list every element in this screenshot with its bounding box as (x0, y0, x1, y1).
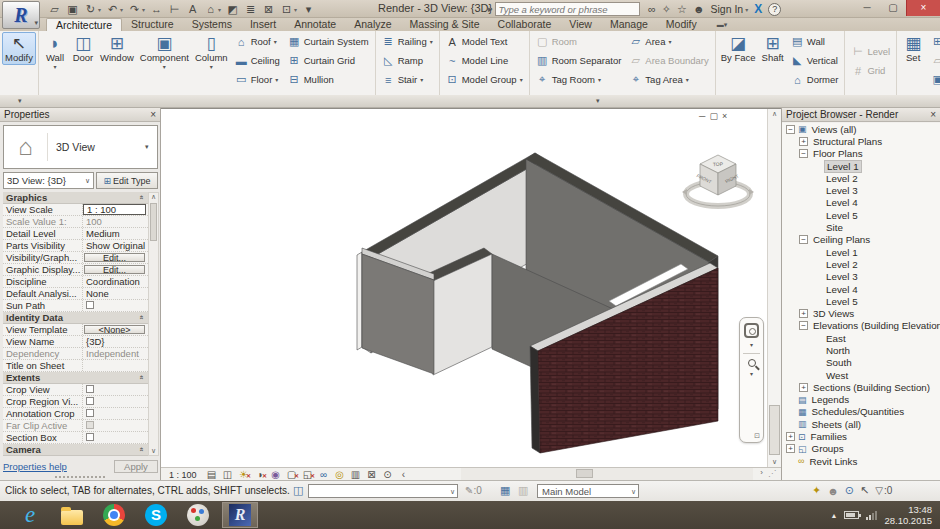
tree-item-level-4[interactable]: Level 4 (782, 283, 940, 295)
tree-item-site[interactable]: Site (782, 221, 940, 233)
exclusion-options-icon[interactable]: ✦ (812, 484, 821, 497)
tree-item-3d-views[interactable]: +3D Views (782, 307, 940, 319)
undo-icon[interactable]: ↶▾ (104, 1, 125, 17)
property-value[interactable]: Medium (83, 228, 158, 239)
shadows-icon[interactable]: ◑✕ (253, 469, 266, 481)
tab-view[interactable]: View (560, 18, 601, 31)
tab-collaborate[interactable]: Collaborate (489, 18, 561, 31)
minimize-view-icon[interactable]: ─ (699, 111, 705, 121)
switch-windows-icon[interactable]: ⊡▾ (278, 1, 299, 17)
expand-icon[interactable]: + (799, 309, 808, 318)
steering-wheel-icon[interactable] (744, 323, 759, 338)
show-rendering-icon[interactable]: ◉ (269, 469, 282, 481)
application-menu-button[interactable]: R ▾ (2, 1, 40, 29)
paint-taskbar-button[interactable] (180, 502, 216, 528)
instance-selector[interactable]: 3D View: {3D} ∨ (3, 172, 94, 189)
property-value[interactable] (83, 300, 158, 311)
temporary-hide-icon[interactable]: ∞ (317, 469, 330, 481)
detail-level-icon[interactable]: ▤ (205, 469, 218, 481)
collapse-icon[interactable]: « (136, 375, 145, 379)
zoom-icon[interactable] (748, 359, 756, 367)
search-go-icon[interactable]: ▸ (488, 4, 493, 14)
chevron-down-icon[interactable]: ▾ (750, 341, 753, 348)
tree-item-level-2[interactable]: Level 2 (782, 258, 940, 270)
dormer-button[interactable]: ⌂Dormer (789, 70, 841, 89)
property-value[interactable]: Edit... (83, 252, 158, 263)
expand-icon[interactable]: + (799, 383, 808, 392)
minimize-button[interactable]: ─ (854, 0, 880, 16)
ramp-button[interactable]: ◺Ramp (380, 51, 435, 70)
window-button[interactable]: ⊞Window (97, 32, 137, 65)
room-separator-button[interactable]: ▥Room Separator (534, 51, 624, 70)
tab-analyze[interactable]: Analyze (345, 18, 400, 31)
component-button[interactable]: ▣Component▾ (137, 32, 192, 72)
restore-view-icon[interactable]: ▢ (709, 111, 718, 121)
tree-item-floor-plans[interactable]: −Floor Plans (782, 148, 940, 160)
close-icon[interactable]: × (930, 109, 936, 120)
show-button[interactable]: ⊞Show (929, 32, 940, 51)
tree-item-ceiling-plans[interactable]: −Ceiling Plans (782, 234, 940, 246)
tree-item-level-2[interactable]: Level 2 (782, 172, 940, 184)
tag-room-button[interactable]: ⌖Tag Room▾ (534, 70, 624, 89)
open-icon[interactable]: ▱ (46, 1, 63, 17)
favorites-icon[interactable]: ☆ (677, 3, 687, 16)
tab-systems[interactable]: Systems (183, 18, 241, 31)
panel-menu-arrow[interactable]: ▾ (596, 97, 600, 105)
filter-icon[interactable]: ▽:0 (875, 485, 892, 496)
explorer-taskbar-button[interactable] (54, 502, 90, 528)
chrome-taskbar-button[interactable] (96, 502, 132, 528)
collapse-icon[interactable]: ‹ (397, 469, 410, 481)
floor-button[interactable]: ▭Floor▾ (233, 70, 282, 89)
tab-massing-site[interactable]: Massing & Site (401, 18, 489, 31)
exclude-options-icon[interactable]: ▥ (518, 484, 528, 497)
profile-icon[interactable]: ☻ (693, 3, 705, 15)
ceiling-button[interactable]: ▬Ceiling (233, 51, 282, 70)
panel-menu-arrow[interactable]: ▾ (18, 97, 22, 105)
checkbox[interactable] (86, 385, 94, 393)
tree-item-level-5[interactable]: Level 5 (782, 209, 940, 221)
curtain-system-button[interactable]: ▦Curtain System (286, 32, 371, 51)
tree-item-schedules-quantities[interactable]: ▦Schedules/Quantities (782, 406, 940, 418)
tree-item-west[interactable]: West (782, 369, 940, 381)
property-value[interactable] (83, 432, 158, 443)
tab-insert[interactable]: Insert (241, 18, 285, 31)
checkbox[interactable] (86, 433, 94, 441)
chevron-down-icon[interactable]: ▾ (750, 370, 753, 377)
properties-help-link[interactable]: Properties help (3, 461, 67, 472)
collapse-icon[interactable]: « (136, 315, 145, 319)
property-value[interactable]: Edit... (83, 264, 158, 275)
scroll-down-icon[interactable]: ∨ (149, 447, 158, 455)
property-value[interactable]: {3D} (83, 336, 158, 347)
section-header-graphics[interactable]: Graphics« (3, 192, 158, 204)
property-value[interactable]: Show Original (83, 240, 158, 251)
type-selector[interactable]: ⌂ 3D View ▾ (3, 125, 158, 169)
curtain-grid-button[interactable]: ⊞Curtain Grid (286, 51, 371, 70)
tree-item-revit-links[interactable]: ∞Revit Links (782, 455, 940, 467)
scrollbar-thumb[interactable] (576, 469, 593, 478)
property-value[interactable]: None (83, 288, 158, 299)
area-button[interactable]: ▱Area▾ (627, 32, 710, 51)
tree-item-level-1[interactable]: Level 1 (782, 246, 940, 258)
tab-modify[interactable]: Modify (657, 18, 706, 31)
property-value[interactable]: 100 (83, 216, 158, 227)
tree-item-structural-plans[interactable]: +Structural Plans (782, 135, 940, 147)
analytical-model-icon[interactable]: ⊠ (365, 469, 378, 481)
modify-button[interactable]: ↖Modify (2, 32, 36, 65)
tree-item-level-3[interactable]: Level 3 (782, 271, 940, 283)
tree-item-east[interactable]: East (782, 332, 940, 344)
property-value[interactable]: Independent (83, 348, 158, 359)
set-button[interactable]: ▦Set (899, 32, 927, 65)
sun-path-icon[interactable]: ☀✕ (237, 469, 250, 481)
collapse-icon[interactable]: « (136, 447, 145, 451)
network-signal-icon[interactable] (866, 510, 877, 520)
help-icon[interactable]: ? (768, 3, 781, 16)
mullion-button[interactable]: ⊟Mullion (286, 70, 371, 89)
customize-qat-icon[interactable]: ▾ (300, 1, 317, 17)
checkbox[interactable] (86, 397, 94, 405)
thin-lines-icon[interactable]: ≣ (242, 1, 259, 17)
value-input[interactable]: 1 : 100 (83, 204, 146, 215)
scroll-up-icon[interactable]: ∧ (768, 110, 781, 118)
skype-taskbar-button[interactable] (138, 502, 174, 528)
navigation-bar[interactable]: ▾ ▾ ⊡ (739, 317, 764, 443)
railing-button[interactable]: ≣Railing▾ (380, 32, 435, 51)
